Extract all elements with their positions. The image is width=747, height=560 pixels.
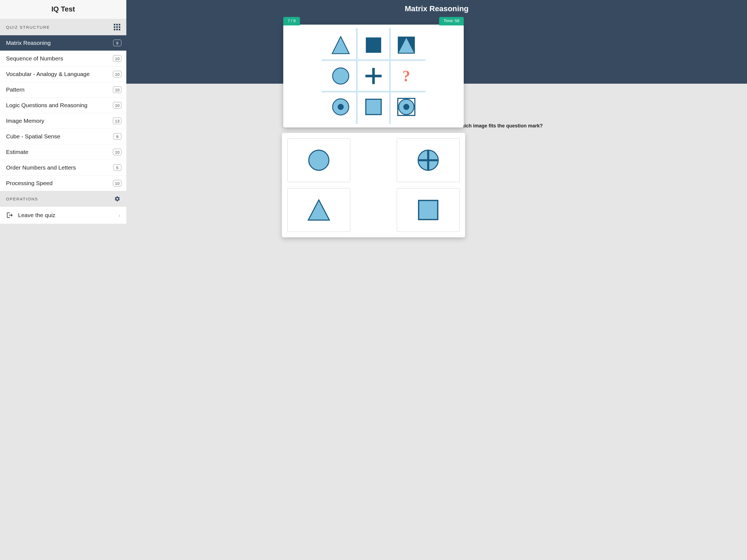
- grid-icon[interactable]: [114, 24, 120, 30]
- sidebar-item-label: Sequence of Numbers: [6, 55, 63, 62]
- time-tag: Time: 58: [439, 17, 464, 25]
- sidebar-item-vocabular[interactable]: Vocabular - Analogy & Language 10: [0, 67, 126, 82]
- sidebar-item-estimate[interactable]: Estimate 10: [0, 144, 126, 160]
- matrix-card: ?: [283, 25, 464, 127]
- matrix-cell-question: ?: [390, 60, 423, 91]
- sidebar-item-sequence-numbers[interactable]: Sequence of Numbers 10: [0, 51, 126, 67]
- sidebar-item-cube[interactable]: Cube - Spatial Sense 9: [0, 129, 126, 144]
- sidebar-item-label: Estimate: [6, 149, 28, 155]
- matrix-cell-triangle-dark-square: [390, 29, 423, 60]
- sidebar-item-label: Matrix Reasoning: [6, 40, 51, 46]
- matrix-cell-square-outline-light: [357, 92, 390, 123]
- svg-point-12: [403, 104, 409, 110]
- svg-point-4: [333, 68, 349, 84]
- svg-rect-6: [365, 75, 381, 77]
- sidebar-item-logic[interactable]: Logic Questions and Reasoning 10: [0, 98, 126, 113]
- matrix-cell-circle-dot: [324, 92, 357, 123]
- quiz-list: Matrix Reasoning 9 Sequence of Numbers 1…: [0, 35, 126, 191]
- answer-option-3[interactable]: [287, 188, 350, 232]
- sidebar-item-label: Cube - Spatial Sense: [6, 133, 60, 140]
- sidebar-item-order[interactable]: Order Numbers and Letters 5: [0, 160, 126, 176]
- page-title: Matrix Reasoning: [405, 0, 468, 16]
- section-ops-label: OPERATIONS: [6, 197, 38, 201]
- answer-card: [282, 133, 465, 237]
- count-badge: 5: [113, 164, 121, 171]
- leave-quiz-button[interactable]: Leave the quiz ›: [0, 207, 126, 224]
- count-badge: 10: [113, 149, 121, 155]
- matrix-cell-plus-dark: [357, 60, 390, 91]
- matrix-cell-square-circle-dot: [390, 92, 423, 123]
- main: Matrix Reasoning 7 / 9 Time: 58: [126, 0, 747, 560]
- svg-rect-18: [419, 200, 438, 220]
- matrix-cell-triangle-light: [324, 29, 357, 60]
- answer-option-2[interactable]: [397, 138, 460, 182]
- sidebar-item-image-memory[interactable]: Image Memory 13: [0, 113, 126, 129]
- svg-marker-0: [332, 36, 349, 53]
- sidebar-item-processing-speed[interactable]: Processing Speed 10: [0, 176, 126, 191]
- op-item-label: Leave the quiz: [18, 212, 55, 219]
- section-quiz-label: QUIZ STRUCTURE: [6, 25, 50, 29]
- svg-marker-17: [308, 200, 329, 220]
- progress-tag: 7 / 9: [283, 17, 300, 25]
- svg-rect-16: [419, 159, 438, 161]
- sidebar-item-label: Order Numbers and Letters: [6, 164, 76, 171]
- section-header-quiz: QUIZ STRUCTURE: [0, 19, 126, 35]
- matrix-cell-square-dark: [357, 29, 390, 60]
- sidebar: IQ Test QUIZ STRUCTURE Matrix Reasoning …: [0, 0, 126, 560]
- question-mark-icon: ?: [403, 67, 410, 85]
- sidebar-item-matrix-reasoning[interactable]: Matrix Reasoning 9: [0, 35, 126, 51]
- count-badge: 10: [113, 86, 121, 93]
- sidebar-item-label: Vocabular - Analogy & Language: [6, 71, 90, 77]
- sidebar-item-pattern[interactable]: Pattern 10: [0, 82, 126, 98]
- matrix-cell-circle-light: [324, 60, 357, 91]
- count-badge: 9: [113, 133, 121, 140]
- gear-icon[interactable]: [114, 196, 120, 202]
- answer-option-1[interactable]: [287, 138, 350, 182]
- count-badge: 10: [113, 102, 121, 108]
- svg-rect-9: [366, 99, 381, 114]
- sidebar-item-label: Logic Questions and Reasoning: [6, 102, 87, 108]
- count-badge: 9: [113, 40, 121, 46]
- section-header-operations: OPERATIONS: [0, 191, 126, 207]
- app-title: IQ Test: [0, 0, 126, 19]
- matrix-grid: ?: [324, 29, 423, 123]
- answer-option-4[interactable]: [397, 188, 460, 232]
- svg-point-13: [309, 150, 329, 170]
- question-card-wrap: 7 / 9 Time: 58: [283, 17, 464, 127]
- chevron-right-icon: ›: [119, 212, 120, 219]
- operations-list: Leave the quiz ›: [0, 207, 126, 224]
- sidebar-item-label: Pattern: [6, 86, 25, 93]
- sidebar-item-label: Image Memory: [6, 118, 44, 124]
- svg-rect-1: [366, 37, 381, 53]
- count-badge: 10: [113, 180, 121, 186]
- card-tags: 7 / 9 Time: 58: [283, 17, 464, 25]
- count-badge: 13: [113, 118, 121, 124]
- svg-point-8: [338, 104, 344, 110]
- exit-icon: [6, 212, 13, 219]
- sidebar-item-label: Processing Speed: [6, 180, 52, 186]
- count-badge: 10: [113, 71, 121, 77]
- count-badge: 10: [113, 55, 121, 62]
